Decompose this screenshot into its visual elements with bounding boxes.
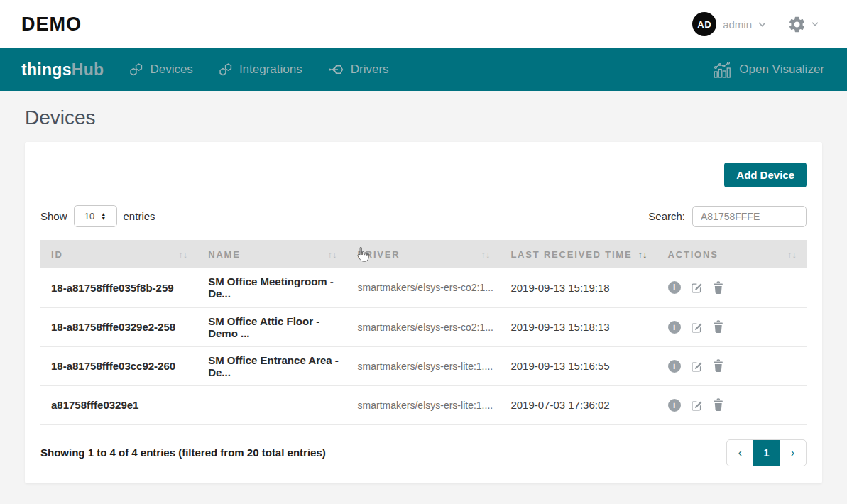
sort-icon: ↑↓ (787, 249, 797, 260)
add-device-button[interactable]: Add Device (724, 163, 807, 187)
nav-item-devices[interactable]: Devices (129, 62, 192, 77)
user-menu[interactable]: AD admin (692, 12, 766, 36)
entries-label: entries (124, 210, 155, 222)
open-visualizer-button[interactable]: Open Visualizer (714, 62, 824, 78)
search-group: Search: (648, 206, 807, 227)
sort-icon: ↑↓ (178, 249, 187, 260)
device-last-received: 2019-09-13 15:18:13 (500, 307, 657, 346)
table-row: 18-a81758fffe035f8b-259 SM Office Meetin… (40, 268, 807, 307)
edit-icon[interactable] (690, 281, 703, 294)
device-id: 18-a81758fffe035f8b-259 (40, 268, 197, 307)
entries-summary: Showing 1 to 4 of 4 entries (filtered fr… (40, 447, 326, 459)
column-header-actions[interactable]: ACTIONS↑↓ (657, 240, 807, 268)
chevron-down-icon (758, 22, 766, 27)
device-name (197, 385, 346, 424)
trash-icon[interactable] (712, 359, 724, 373)
device-last-received: 2019-07-03 17:36:02 (500, 385, 657, 424)
page-size-group: Show 10 ▲▼ entries (40, 205, 155, 227)
chart-icon (714, 62, 731, 78)
nav-item-drivers[interactable]: Drivers (328, 62, 389, 77)
topbar-right: AD admin (692, 12, 819, 36)
column-header-last-received-time[interactable]: LAST RECEIVED TIME↑↓ (500, 240, 657, 268)
pagination-next-button[interactable]: › (780, 440, 806, 466)
pagination-page-1[interactable]: 1 (753, 440, 780, 466)
device-driver: smartmakers/elsys-ers-lite:1.... (347, 346, 501, 385)
gear-icon[interactable] (787, 15, 807, 34)
table-footer: Showing 1 to 4 of 4 entries (filtered fr… (40, 439, 807, 466)
edit-icon[interactable] (690, 360, 703, 373)
devices-table: ID↑↓ NAME↑↓ DRIVER↑↓ LAST RECEIVED TIME↑… (40, 240, 807, 425)
nav-item-integrations[interactable]: Integrations (219, 62, 302, 77)
device-last-received: 2019-09-13 15:19:18 (500, 268, 657, 307)
trash-icon[interactable] (712, 398, 724, 412)
top-bar: DEMO AD admin (0, 0, 847, 48)
open-visualizer-label: Open Visualizer (739, 62, 824, 77)
device-name: SM Office Meetingroom - De... (197, 268, 346, 307)
device-driver: smartmakers/elsys-ers-co2:1... (347, 268, 501, 307)
settings-menu[interactable] (787, 15, 819, 34)
search-label: Search: (648, 210, 685, 222)
sort-icon: ↑↓ (481, 249, 490, 260)
app-logo[interactable]: thingsHub (21, 60, 104, 80)
nav-item-label: Devices (150, 62, 192, 77)
device-driver: smartmakers/elsys-ers-lite:1.... (347, 385, 501, 424)
info-icon[interactable]: i (668, 399, 681, 412)
table-row: 18-a81758fffe03cc92-260 SM Office Entran… (40, 346, 807, 385)
device-name: SM Office Attic Floor - Demo ... (197, 307, 346, 346)
sort-icon: ↑↓ (638, 249, 647, 260)
nav-item-label: Drivers (351, 62, 389, 77)
show-label: Show (40, 210, 67, 222)
column-header-name[interactable]: NAME↑↓ (197, 240, 346, 268)
device-name: SM Office Entrance Area - De... (197, 346, 346, 385)
avatar[interactable]: AD (692, 12, 716, 36)
pagination-prev-button[interactable]: ‹ (727, 440, 753, 466)
nav-item-label: Integrations (239, 62, 302, 77)
devices-card: Add Device Show 10 ▲▼ entries Search: ID… (25, 142, 822, 483)
main-navbar: thingsHub Devices Integrations Drivers O… (0, 48, 847, 91)
arrow-hexagon-icon (328, 62, 344, 77)
table-row: 18-a81758fffe0329e2-258 SM Office Attic … (40, 307, 807, 346)
sort-icon: ↑↓ (328, 249, 337, 260)
pagination: ‹ 1 › (726, 439, 807, 466)
select-arrows-icon: ▲▼ (101, 212, 106, 221)
page-size-value: 10 (84, 211, 94, 221)
nodes-icon (129, 62, 143, 77)
nodes-icon (219, 62, 233, 77)
device-id: 18-a81758fffe03cc92-260 (40, 346, 197, 385)
edit-icon[interactable] (690, 399, 703, 412)
chevron-down-icon (812, 22, 819, 26)
column-header-id[interactable]: ID↑↓ (40, 240, 197, 268)
table-controls: Show 10 ▲▼ entries Search: (40, 205, 807, 227)
page-size-select[interactable]: 10 ▲▼ (74, 205, 117, 227)
info-icon[interactable]: i (668, 360, 681, 373)
logo-bold: things (21, 60, 72, 79)
edit-icon[interactable] (690, 321, 703, 334)
device-last-received: 2019-09-13 15:16:55 (500, 346, 657, 385)
table-row: a81758fffe0329e1 smartmakers/elsys-ers-l… (40, 385, 807, 424)
trash-icon[interactable] (712, 281, 724, 295)
device-driver: smartmakers/elsys-ers-co2:1... (347, 307, 501, 346)
page-title: Devices (0, 91, 847, 129)
nav-items: Devices Integrations Drivers (129, 62, 388, 77)
username-label: admin (723, 18, 752, 31)
device-id: a81758fffe0329e1 (40, 385, 197, 424)
search-input[interactable] (692, 206, 807, 227)
logo-light: Hub (72, 60, 104, 79)
trash-icon[interactable] (712, 320, 724, 334)
info-icon[interactable]: i (668, 281, 681, 294)
column-header-driver[interactable]: DRIVER↑↓ (347, 240, 501, 268)
info-icon[interactable]: i (668, 321, 681, 334)
tenant-brand: DEMO (21, 13, 82, 35)
device-id: 18-a81758fffe0329e2-258 (40, 307, 197, 346)
